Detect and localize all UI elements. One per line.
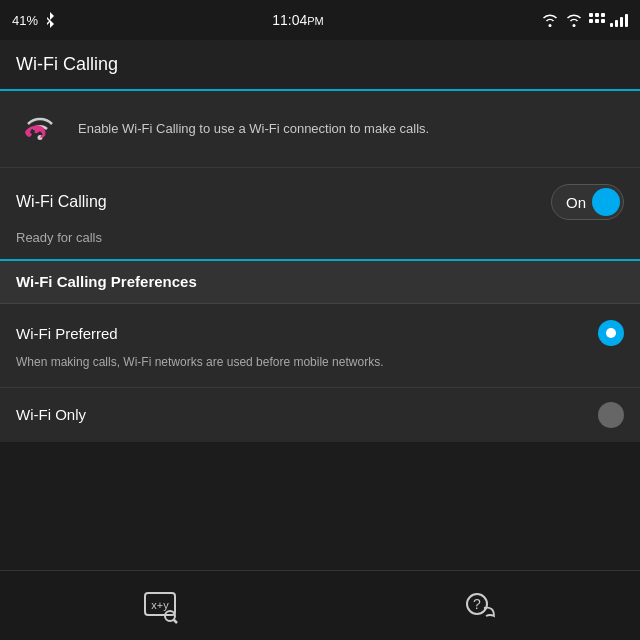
signal-bars — [610, 13, 628, 27]
info-description: Enable Wi-Fi Calling to use a Wi-Fi conn… — [78, 120, 429, 138]
svg-rect-5 — [601, 19, 605, 23]
svg-rect-0 — [589, 13, 593, 17]
status-right — [540, 12, 628, 28]
status-bar: 41% 11:04PM — [0, 0, 640, 40]
wifi-preferred-row[interactable]: Wi-Fi Preferred — [0, 304, 640, 346]
help-button[interactable]: ? — [455, 581, 505, 631]
toggle-circle — [592, 188, 620, 216]
ready-status: Ready for calls — [16, 230, 624, 259]
battery-text: 41% — [12, 13, 38, 28]
wifi-only-label: Wi-Fi Only — [16, 406, 86, 423]
main-content: Wi-Fi Calling Enable Wi-Fi Calling to us… — [0, 40, 640, 570]
wifi-calling-toggle[interactable]: On — [551, 184, 624, 220]
svg-rect-4 — [601, 13, 605, 17]
bluetooth-icon — [44, 12, 56, 28]
wifi-calling-row: Wi-Fi Calling On — [16, 168, 624, 230]
svg-rect-2 — [589, 19, 593, 23]
status-time: 11:04PM — [272, 12, 324, 28]
wifi-calling-section: Wi-Fi Calling On Ready for calls — [0, 168, 640, 259]
svg-rect-1 — [595, 13, 599, 17]
wifi-status-icon — [540, 12, 560, 28]
blackberry-icon — [588, 12, 606, 28]
svg-text:?: ? — [473, 596, 481, 612]
preferences-title: Wi-Fi Calling Preferences — [16, 273, 197, 290]
phone-ui: 41% 11:04PM — [0, 0, 640, 640]
wifi-calling-label: Wi-Fi Calling — [16, 193, 107, 211]
wifi-preferred-description: When making calls, Wi-Fi networks are us… — [0, 346, 640, 387]
status-left: 41% — [12, 12, 56, 28]
help-icon: ? — [462, 588, 498, 624]
bottom-bar: x+y ? — [0, 570, 640, 640]
keyboard-button[interactable]: x+y — [135, 581, 185, 631]
toggle-on-text: On — [566, 194, 586, 211]
wifi-call-icon — [16, 105, 64, 153]
info-section: Enable Wi-Fi Calling to use a Wi-Fi conn… — [0, 91, 640, 168]
radio-section: Wi-Fi Preferred When making calls, Wi-Fi… — [0, 304, 640, 442]
page-header: Wi-Fi Calling — [0, 40, 640, 91]
wifi-preferred-label: Wi-Fi Preferred — [16, 325, 118, 342]
page-title: Wi-Fi Calling — [16, 54, 118, 74]
wifi-only-radio[interactable] — [598, 402, 624, 428]
wifi-preferred-radio[interactable] — [598, 320, 624, 346]
wifi-status-icon2 — [564, 12, 584, 28]
svg-line-9 — [174, 619, 178, 623]
svg-text:x+y: x+y — [151, 599, 169, 611]
svg-rect-3 — [595, 19, 599, 23]
keyboard-icon: x+y — [142, 588, 178, 624]
preferences-header: Wi-Fi Calling Preferences — [0, 259, 640, 304]
wifi-only-row[interactable]: Wi-Fi Only — [0, 387, 640, 442]
